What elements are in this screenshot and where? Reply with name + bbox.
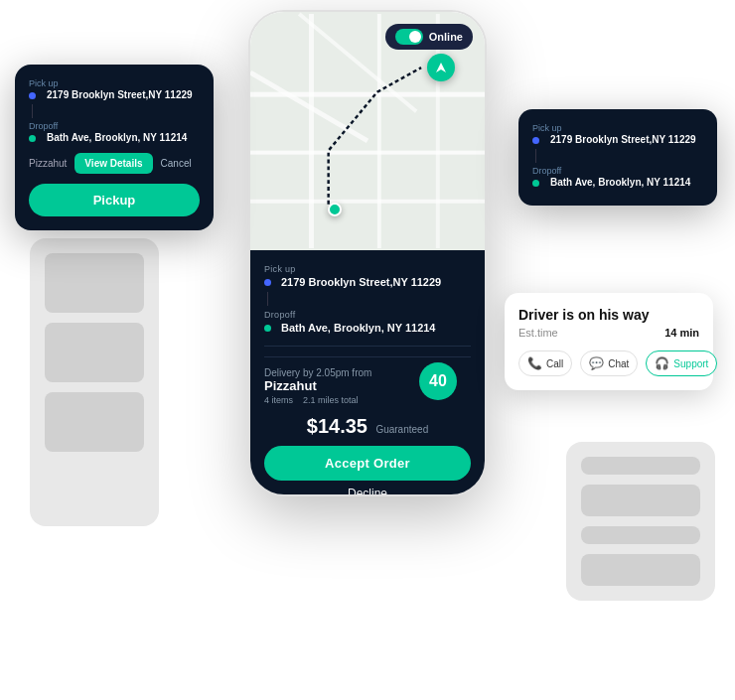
left-brand-label: Pizzahut	[29, 158, 67, 169]
svg-marker-8	[436, 63, 446, 72]
phone-dropoff-label: Dropoff	[264, 310, 471, 320]
left-card-dropoff-label: Dropoff	[29, 121, 200, 131]
right-card-dropoff-address: Bath Ave, Brooklyn, NY 11214	[550, 177, 690, 188]
left-card-dropoff-row: Bath Ave, Brooklyn, NY 11214	[29, 132, 200, 143]
svg-rect-0	[250, 92, 485, 97]
phone-content: Pick up 2179 Brooklyn Street,NY 11229 Dr…	[250, 250, 485, 496]
bg-card-left	[30, 238, 159, 526]
scene: Pick up 2179 Brooklyn Street,NY 11229 Dr…	[0, 0, 735, 700]
call-label: Call	[546, 358, 563, 369]
bg-right-mini-3	[581, 526, 700, 544]
phone-icon: 📞	[527, 356, 542, 370]
items-count: 4 items	[264, 395, 293, 405]
bg-mini-3	[45, 392, 144, 452]
pickup-button[interactable]: Pickup	[29, 184, 200, 216]
phone-pickup-label: Pick up	[264, 264, 471, 274]
left-card-actions: Pizzahut View Details Cancel	[29, 153, 200, 174]
online-badge[interactable]: Online	[385, 24, 473, 50]
phone-pickup-row: 2179 Brooklyn Street,NY 11229	[264, 276, 471, 288]
bg-right-mini-1	[581, 457, 700, 475]
driver-title: Driver is on his way	[518, 307, 699, 323]
call-button[interactable]: 📞 Call	[518, 350, 572, 376]
svg-rect-2	[250, 200, 485, 204]
bg-right-mini-2	[581, 485, 700, 516]
phone-pickup-dot	[264, 279, 271, 286]
svg-rect-4	[377, 14, 381, 248]
driver-card: Driver is on his way Est.time 14 min 📞 C…	[505, 293, 713, 390]
svg-rect-1	[250, 151, 485, 155]
right-dropoff-dot	[532, 180, 539, 187]
left-card-pickup-row: 2179 Brooklyn Street,NY 11229	[29, 89, 200, 100]
support-button[interactable]: 🎧 Support	[646, 350, 717, 376]
chat-icon: 💬	[589, 356, 604, 370]
driver-actions: 📞 Call 💬 Chat 🎧 Support	[518, 350, 699, 376]
left-card-pickup-address: 2179 Brooklyn Street,NY 11229	[47, 89, 193, 100]
est-label: Est.time	[518, 327, 558, 339]
badge-40: 40	[419, 362, 457, 400]
support-icon: 🎧	[655, 356, 669, 370]
decline-button[interactable]: Decline	[264, 481, 471, 496]
online-toggle[interactable]	[395, 29, 423, 45]
map-pin-start	[328, 203, 342, 216]
price-guaranteed: Guaranteed	[375, 424, 428, 435]
accept-order-button[interactable]: Accept Order	[264, 446, 471, 481]
map-area: Online	[250, 12, 485, 250]
right-pickup-dot	[532, 137, 539, 144]
bg-mini-1	[45, 253, 144, 313]
right-card-pickup-label: Pick up	[532, 123, 703, 133]
view-details-button[interactable]: View Details	[74, 153, 152, 174]
right-card-pickup-row: 2179 Brooklyn Street,NY 11229	[532, 134, 703, 145]
phone-dropoff-address: Bath Ave, Brooklyn, NY 11214	[281, 322, 436, 334]
left-card: Pick up 2179 Brooklyn Street,NY 11229 Dr…	[15, 65, 214, 230]
phone-frame: Online Pick up 2179 Brooklyn Street,NY 1…	[248, 10, 487, 496]
address-section: Pick up 2179 Brooklyn Street,NY 11229 Dr…	[264, 264, 471, 347]
right-card-pickup-address: 2179 Brooklyn Street,NY 11229	[550, 134, 696, 145]
pickup-dot-left	[29, 92, 36, 99]
est-time: 14 min	[664, 327, 699, 339]
price-amount: $14.35	[307, 415, 368, 437]
cancel-button-left[interactable]: Cancel	[161, 158, 192, 169]
right-card: Pick up 2179 Brooklyn Street,NY 11229 Dr…	[518, 109, 717, 206]
svg-rect-3	[309, 14, 314, 248]
phone-pickup-address: 2179 Brooklyn Street,NY 11229	[281, 276, 441, 288]
phone-dropoff-row: Bath Ave, Brooklyn, NY 11214	[264, 322, 471, 334]
bg-mini-2	[45, 323, 144, 382]
bg-card-right	[566, 442, 715, 601]
chat-button[interactable]: 💬 Chat	[580, 350, 638, 376]
driver-est: Est.time 14 min	[518, 327, 699, 339]
dropoff-dot-left	[29, 135, 36, 142]
left-card-pickup-label: Pick up	[29, 78, 200, 88]
chat-label: Chat	[608, 358, 629, 369]
distance-text: 2.1 miles total	[303, 395, 359, 405]
map-pin-driver	[427, 54, 455, 81]
delivery-section: Delivery by 2.05pm from Pizzahut 4 items…	[264, 356, 471, 405]
online-label: Online	[429, 31, 463, 43]
left-card-dropoff-address: Bath Ave, Brooklyn, NY 11214	[47, 132, 187, 143]
support-label: Support	[673, 358, 708, 369]
right-card-dropoff-row: Bath Ave, Brooklyn, NY 11214	[532, 177, 703, 188]
toggle-knob	[409, 31, 421, 43]
bg-right-mini-4	[581, 554, 700, 586]
svg-line-6	[250, 72, 368, 141]
price-section: $14.35 Guaranteed	[264, 415, 471, 438]
phone-dropoff-dot	[264, 325, 271, 332]
right-card-dropoff-label: Dropoff	[532, 166, 703, 176]
